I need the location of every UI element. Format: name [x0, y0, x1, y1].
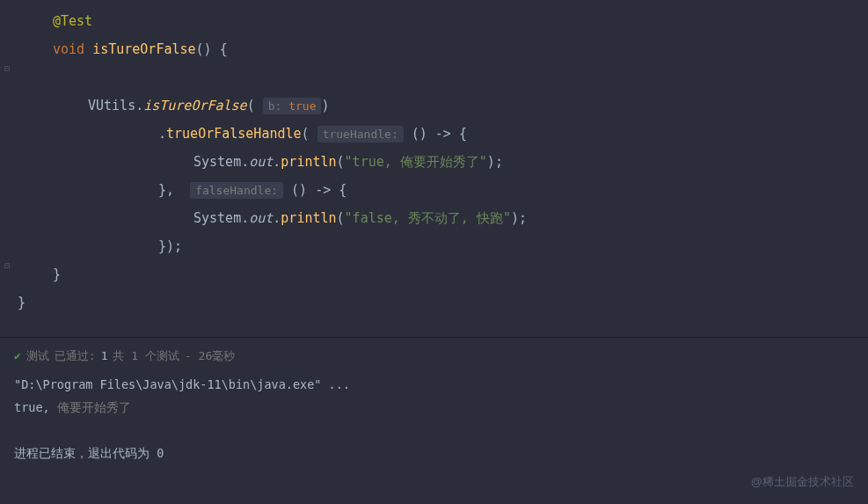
string-literal: "true, 俺要开始秀了" [345, 154, 487, 170]
parens: () [196, 41, 212, 57]
fold-marker-icon[interactable]: ⊟ [4, 262, 11, 269]
test-duration: - 26毫秒 [185, 345, 235, 368]
brace-close: }, [158, 182, 174, 198]
keyword-void: void [53, 41, 84, 57]
println: println [281, 210, 336, 226]
annotation-test: @Test [53, 13, 92, 29]
brace-open: { [459, 126, 467, 142]
dot: . [241, 154, 249, 170]
console-exit-line: 进程已结束，退出代码为 0 [14, 442, 854, 464]
editor-gutter: ⊟ ⊟ [0, 0, 16, 337]
dot: . [135, 98, 143, 113]
console-java-path: "D:\Program Files\Java\jdk-11\bin\java.e… [14, 373, 854, 396]
status-passed: 已通过: [55, 345, 96, 368]
code-line: void isTureOrFalse() { [18, 35, 868, 63]
arrow: -> [435, 126, 451, 142]
class-vutils: VUtils [88, 98, 135, 113]
arrow: -> [315, 182, 331, 198]
paren-open: ( [302, 126, 310, 142]
method-name: isTureOrFalse [92, 41, 195, 57]
console-blank-line [14, 419, 854, 442]
console-panel[interactable]: ✔ 测试 已通过: 1共 1 个测试 - 26毫秒 "D:\Program Fi… [0, 337, 868, 504]
exit-prefix: 进程已结束，退出代码为 [14, 446, 157, 460]
dot: . [273, 154, 281, 170]
code-line: } [18, 289, 868, 317]
test-count-suffix: 共 1 个测试 [113, 345, 179, 368]
brace-open: { [220, 41, 228, 57]
exit-code: 0 [157, 446, 164, 460]
test-status-bar: ✔ 测试 已通过: 1共 1 个测试 - 26毫秒 [14, 345, 854, 368]
paren-open: ( [337, 210, 345, 226]
semicolon: ; [495, 154, 503, 170]
dot: . [273, 210, 281, 226]
fold-marker-icon[interactable]: ⊟ [4, 65, 11, 72]
code-line: .trueOrFalseHandle( trueHandle: () -> { [18, 120, 868, 148]
param-hint-truehandle: trueHandle: [317, 126, 404, 142]
lambda-parens: () [412, 126, 427, 142]
paren-open: ( [337, 154, 345, 170]
dot: . [241, 210, 249, 226]
code-line: System.out.println("true, 俺要开始秀了"); [18, 148, 868, 176]
system: System [193, 154, 241, 170]
paren-open: ( [247, 98, 255, 113]
paren-close: ) [511, 210, 519, 226]
brace-close-paren: }); [158, 238, 182, 254]
code-line: }, falseHandle: () -> { [18, 176, 868, 204]
brace-close: } [53, 267, 61, 282]
lambda-parens: () [291, 182, 307, 198]
output-text: 俺要开始秀了 [50, 400, 131, 414]
paren-close: ) [487, 154, 495, 170]
method-call: trueOrFalseHandle [166, 126, 302, 142]
code-line: @Test [18, 7, 868, 35]
param-hint-falsehandle: falseHandle: [190, 182, 283, 199]
out: out [249, 154, 273, 170]
brace-close: } [18, 295, 26, 310]
code-content[interactable]: @Test void isTureOrFalse() { VUtils.isTu… [0, 7, 868, 317]
system: System [193, 210, 241, 226]
method-call: isTureOrFalse [143, 98, 246, 113]
code-editor[interactable]: ⊟ ⊟ @Test void isTureOrFalse() { VUtils.… [0, 0, 868, 337]
code-line: System.out.println("false, 秀不动了, 快跑"); [18, 204, 868, 232]
println: println [281, 154, 336, 170]
code-line: }); [18, 232, 868, 260]
code-line-blank [18, 63, 868, 91]
output-prefix: true, [14, 400, 50, 414]
paren-close: ) [321, 98, 329, 113]
watermark-label: @稀土掘金技术社区 [751, 471, 854, 493]
code-line: VUtils.isTureOrFalse( b: true) [18, 91, 868, 120]
test-count-num: 1 [101, 345, 108, 368]
string-literal: "false, 秀不动了, 快跑" [345, 210, 511, 226]
status-label: 测试 [26, 345, 49, 368]
code-line: } [18, 260, 868, 289]
param-hint-b: b: true [263, 98, 322, 114]
out: out [249, 210, 273, 226]
semicolon: ; [519, 210, 527, 226]
dot: . [158, 126, 166, 142]
brace-open: { [339, 182, 346, 198]
check-icon: ✔ [14, 345, 21, 368]
console-output-line: true, 俺要开始秀了 [14, 396, 854, 419]
